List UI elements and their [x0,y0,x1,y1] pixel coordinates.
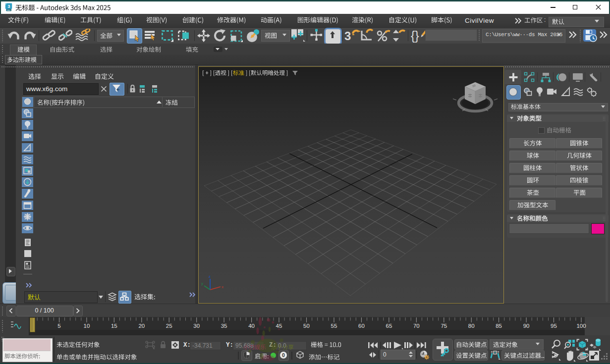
svg-text:MAX: MAX [7,9,11,11]
svg-text:3: 3 [7,4,10,9]
svg-text:{}: {} [411,29,419,43]
svg-text:x: x [222,285,223,289]
svg-text:y: y [201,281,203,286]
svg-text:3: 3 [344,29,351,43]
svg-text:z: z [209,274,211,279]
